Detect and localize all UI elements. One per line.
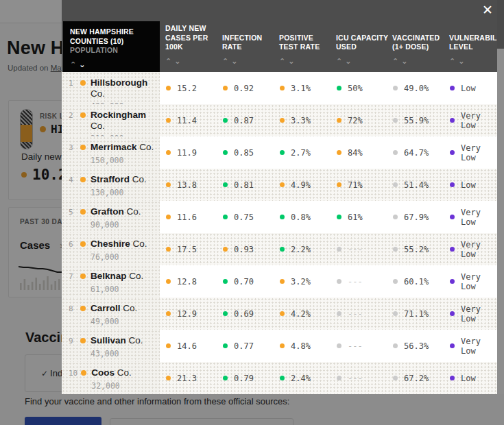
value-cell: 0.85 — [223, 148, 254, 158]
status-dot-icon — [280, 182, 285, 187]
cell-value: 11.6 — [177, 212, 197, 222]
row-rank: 1 — [69, 79, 77, 88]
screen: New Hampshire Updated on May 13, 2021 RI… — [0, 0, 504, 425]
value-cell: Low — [450, 84, 476, 93]
table-row[interactable]: 7Belknap Co.61,00012.80.703.2%---60.1%Ve… — [62, 265, 497, 298]
value-cell: 67.2% — [393, 374, 429, 383]
sort-arrows-icon[interactable]: ⌃⌄ — [392, 57, 447, 66]
sort-arrows-icon[interactable]: ⌃⌄ — [165, 57, 220, 66]
cell-value: Very Low — [461, 304, 497, 324]
county-dot-icon — [80, 209, 86, 215]
status-dot-icon — [337, 86, 341, 90]
value-cell: 11.4 — [166, 116, 197, 125]
county-dot-icon — [80, 274, 86, 279]
table-row[interactable]: 5Grafton Co.90,00011.60.750.8%61%67.9%Ve… — [62, 201, 497, 233]
column-header-4[interactable]: POSITIVE TEST RATE⌃⌄ — [279, 34, 334, 72]
status-dot-icon — [166, 279, 171, 284]
cell-value: Low — [461, 84, 476, 93]
cell-value: 11.9 — [177, 148, 197, 158]
row-rank: 10 — [69, 369, 77, 378]
status-dot-icon — [393, 182, 398, 187]
cell-value: 0.92 — [234, 84, 254, 93]
table-header: ✕ NEW HAMPSHIRE COUNTIES (10)POPULATION⌃… — [62, 0, 504, 72]
table-row[interactable]: 8Carroll Co.49,00012.90.694.2%---71.1%Ve… — [62, 298, 497, 330]
status-dot-icon — [393, 215, 398, 219]
value-cell: Very Low — [450, 337, 497, 356]
value-cell: --- — [337, 374, 363, 383]
scrollbar-thumb[interactable] — [497, 49, 504, 394]
status-dot-icon — [223, 343, 228, 348]
cell-value: 49.0% — [404, 84, 429, 93]
column-header-5[interactable]: ICU CAPACITY USED⌃⌄ — [336, 34, 391, 72]
cell-value: 11.4 — [177, 116, 197, 125]
cell-value: 67.9% — [404, 212, 429, 222]
status-dot-icon — [280, 86, 285, 90]
value-cell: 61% — [337, 212, 363, 222]
value-cell: 56.3% — [393, 341, 429, 351]
sort-arrows-icon[interactable]: ⌃⌄ — [222, 57, 277, 66]
county-cell: 6Cheshire Co.76,000 — [62, 233, 160, 265]
table-row[interactable]: 1Hillsborough Co.420,00015.20.923.1%50%4… — [62, 72, 497, 104]
table-row[interactable]: 3Merrimack Co.150,00011.90.852.7%84%64.7… — [62, 136, 497, 169]
cell-value: 64.7% — [404, 148, 429, 158]
table-row[interactable]: 9Sullivan Co.43,00014.60.774.8%---56.3%V… — [62, 330, 497, 362]
value-cell: --- — [337, 245, 363, 254]
value-cell: Low — [450, 180, 476, 190]
column-header-6[interactable]: VACCINATED (1+ DOSE)⌃⌄ — [392, 34, 447, 72]
cell-value: 15.2 — [177, 84, 197, 93]
cell-value: 0.75 — [234, 212, 254, 222]
value-cell: 0.8% — [280, 212, 311, 222]
value-cell: 2.7% — [280, 148, 311, 158]
status-dot-icon — [280, 279, 285, 284]
sort-arrows-icon[interactable]: ⌃⌄ — [279, 57, 334, 66]
cell-value: 55.2% — [404, 245, 429, 254]
cell-value: 72% — [348, 116, 363, 125]
cell-value: 0.87 — [234, 116, 254, 125]
cell-value: --- — [348, 309, 363, 319]
cell-value: 14.6 — [177, 341, 197, 351]
county-dot-icon — [80, 145, 86, 150]
status-dot-icon — [337, 118, 341, 123]
cell-value: 0.70 — [234, 277, 254, 287]
cell-value: 56.3% — [404, 341, 429, 351]
county-dot-icon — [80, 80, 86, 86]
cell-value: 60.1% — [404, 277, 429, 287]
table-row[interactable]: 6Cheshire Co.76,00017.50.932.2%---55.2%V… — [62, 233, 497, 265]
county-name: Grafton Co. — [91, 206, 141, 217]
table-row[interactable]: 10Coos Co.32,00021.30.792.4%---67.2%Low — [62, 362, 497, 394]
value-cell: Low — [450, 374, 476, 383]
cell-value: Very Low — [461, 208, 497, 227]
county-name: Rockingham Co. — [91, 110, 160, 131]
status-dot-icon — [337, 215, 341, 219]
table-body: 1Hillsborough Co.420,00015.20.923.1%50%4… — [62, 72, 497, 394]
column-header-3[interactable]: INFECTION RATE⌃⌄ — [222, 34, 277, 72]
county-name: Carroll Co. — [91, 303, 137, 314]
cell-value: 4.9% — [291, 180, 311, 190]
table-row[interactable]: 4Strafford Co.130,00013.80.814.9%71%51.4… — [62, 169, 497, 201]
status-dot-icon — [450, 247, 455, 252]
status-dot-icon — [223, 215, 228, 219]
value-cell: 3.2% — [280, 277, 311, 287]
column-header-1[interactable]: NEW HAMPSHIRE COUNTIES (10)POPULATION⌃⌄ — [63, 21, 160, 72]
county-name: Belknap Co. — [91, 271, 143, 282]
status-dot-icon — [166, 215, 171, 219]
value-cell: 0.75 — [223, 212, 254, 222]
modal-scrollbar[interactable] — [497, 0, 504, 394]
cell-value: --- — [348, 245, 363, 254]
sort-arrows-icon[interactable]: ⌃⌄ — [70, 60, 160, 69]
county-cell: 9Sullivan Co.43,000 — [62, 330, 160, 362]
column-header-2[interactable]: DAILY NEW CASES PER 100K⌃⌄ — [165, 24, 220, 72]
sort-arrows-icon[interactable]: ⌃⌄ — [449, 57, 504, 66]
value-cell: 21.3 — [166, 374, 197, 383]
status-dot-icon — [223, 376, 228, 380]
cell-value: 0.85 — [234, 148, 254, 158]
sort-arrows-icon[interactable]: ⌃⌄ — [336, 57, 391, 66]
cell-value: 0.77 — [234, 341, 254, 351]
county-dot-icon — [80, 112, 86, 118]
status-dot-icon — [393, 118, 398, 123]
close-icon[interactable]: ✕ — [482, 2, 493, 17]
table-row[interactable]: 2Rockingham Co.310,00011.40.873.3%72%55.… — [62, 104, 497, 136]
column-header-7[interactable]: VULNERABILITY LEVEL⌃⌄ — [449, 34, 504, 72]
value-cell: Very Low — [450, 111, 497, 130]
cell-value: 0.8% — [291, 212, 311, 222]
